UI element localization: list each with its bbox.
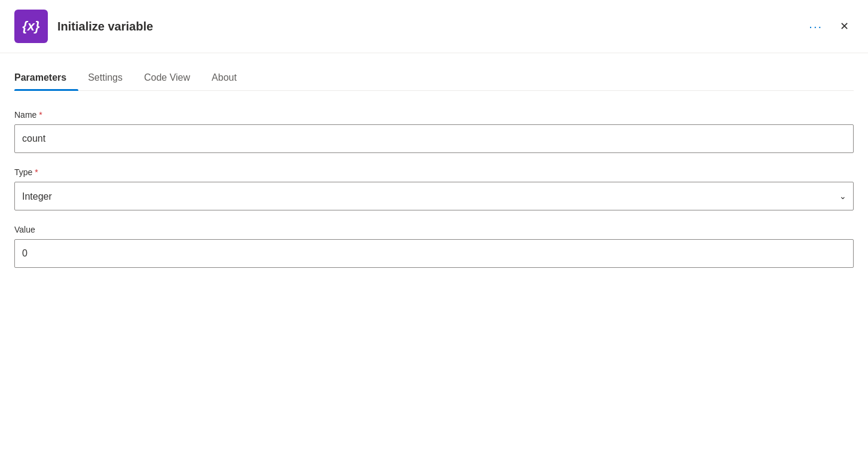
tab-about[interactable]: About [212, 68, 249, 90]
tab-parameters[interactable]: Parameters [14, 68, 78, 90]
name-label: Name * [14, 110, 854, 120]
action-icon: {x} [14, 10, 48, 43]
type-required-indicator: * [35, 167, 38, 177]
tab-code-view[interactable]: Code View [144, 68, 202, 90]
tab-bar: Parameters Settings Code View About [0, 68, 868, 90]
value-input[interactable] [14, 239, 854, 268]
header-right: ··· ✕ [804, 17, 854, 36]
name-input[interactable] [14, 124, 854, 153]
form-area: Name * Type * Array Boolean Float Intege… [0, 91, 868, 301]
type-select[interactable]: Array Boolean Float Integer Object Strin… [14, 182, 854, 210]
tab-settings[interactable]: Settings [88, 68, 135, 90]
close-button[interactable]: ✕ [835, 17, 854, 36]
action-header: {x} Initialize variable ··· ✕ [0, 0, 868, 53]
more-options-button[interactable]: ··· [804, 18, 827, 35]
name-field-group: Name * [14, 110, 854, 153]
action-title: Initialize variable [57, 20, 153, 33]
name-required-indicator: * [39, 110, 42, 120]
type-select-wrapper: Array Boolean Float Integer Object Strin… [14, 182, 854, 210]
value-label: Value [14, 225, 854, 234]
type-label: Type * [14, 167, 854, 177]
value-field-group: Value [14, 225, 854, 268]
type-field-group: Type * Array Boolean Float Integer Objec… [14, 167, 854, 210]
header-left: {x} Initialize variable [14, 10, 153, 43]
